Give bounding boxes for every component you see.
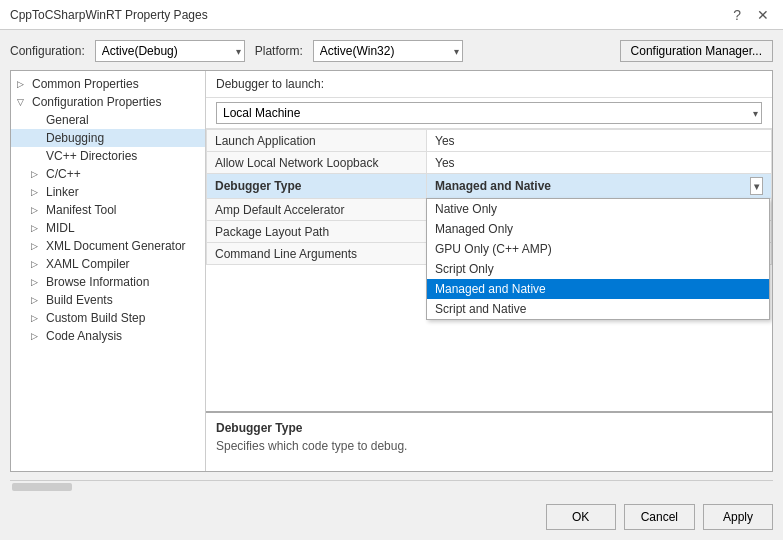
horizontal-scrollbar[interactable]	[10, 480, 773, 492]
sidebar-item-linker[interactable]: ▷Linker	[11, 183, 205, 201]
close-icon[interactable]: ✕	[753, 7, 773, 23]
prop-row-launch-app[interactable]: Launch ApplicationYes	[207, 130, 772, 152]
sidebar-item-label-custom-build-step: Custom Build Step	[46, 311, 145, 325]
prop-row-debugger-type[interactable]: Debugger TypeManaged and Native▾	[207, 174, 772, 199]
platform-dropdown[interactable]: Active(Win32)	[313, 40, 463, 62]
sidebar-item-xml-document-generator[interactable]: ▷XML Document Generator	[11, 237, 205, 255]
dropdown-option-script-and-native[interactable]: Script and Native	[427, 299, 769, 319]
sidebar-item-label-xml-document-generator: XML Document Generator	[46, 239, 186, 253]
prop-name-debugger-type: Debugger Type	[207, 174, 427, 199]
expand-icon-manifest-tool[interactable]: ▷	[31, 205, 43, 215]
sidebar-item-label-configuration-properties: Configuration Properties	[32, 95, 161, 109]
debugger-launch-label: Debugger to launch:	[216, 77, 324, 91]
sidebar-item-label-cpp: C/C++	[46, 167, 81, 181]
sidebar-item-configuration-properties[interactable]: ▽Configuration Properties	[11, 93, 205, 111]
dropdown-option-gpu-only[interactable]: GPU Only (C++ AMP)	[427, 239, 769, 259]
sidebar-item-label-midl: MIDL	[46, 221, 75, 235]
platform-label: Platform:	[255, 44, 303, 58]
help-icon[interactable]: ?	[729, 7, 745, 23]
ok-button[interactable]: OK	[546, 504, 616, 530]
sidebar-item-debugging[interactable]: Debugging	[11, 129, 205, 147]
expand-icon-common-properties[interactable]: ▷	[17, 79, 29, 89]
sidebar-item-label-linker: Linker	[46, 185, 79, 199]
expand-icon-xaml-compiler[interactable]: ▷	[31, 259, 43, 269]
expand-icon-xml-document-generator[interactable]: ▷	[31, 241, 43, 251]
sidebar-item-label-debugging: Debugging	[46, 131, 104, 145]
sidebar-item-midl[interactable]: ▷MIDL	[11, 219, 205, 237]
description-text: Specifies which code type to debug.	[216, 439, 762, 453]
sidebar-item-manifest-tool[interactable]: ▷Manifest Tool	[11, 201, 205, 219]
sidebar-item-label-xaml-compiler: XAML Compiler	[46, 257, 130, 271]
expand-icon-custom-build-step[interactable]: ▷	[31, 313, 43, 323]
description-title: Debugger Type	[216, 421, 762, 435]
expand-icon-midl[interactable]: ▷	[31, 223, 43, 233]
sidebar-item-common-properties[interactable]: ▷Common Properties	[11, 75, 205, 93]
prop-value-launch-app[interactable]: Yes	[427, 130, 772, 152]
right-panel: Debugger to launch: Local Machine Launch…	[206, 71, 772, 471]
cancel-button[interactable]: Cancel	[624, 504, 695, 530]
prop-name-launch-app: Launch Application	[207, 130, 427, 152]
config-label: Configuration:	[10, 44, 85, 58]
prop-name-amp-accelerator: Amp Default Accelerator	[207, 199, 427, 221]
expand-icon-build-events[interactable]: ▷	[31, 295, 43, 305]
debugger-launch-dropdown[interactable]: Local Machine	[216, 102, 762, 124]
expand-icon-configuration-properties[interactable]: ▽	[17, 97, 29, 107]
expand-icon-code-analysis[interactable]: ▷	[31, 331, 43, 341]
apply-button[interactable]: Apply	[703, 504, 773, 530]
left-tree: ▷Common Properties▽Configuration Propert…	[11, 71, 206, 471]
dropdown-option-managed-only[interactable]: Managed Only	[427, 219, 769, 239]
sidebar-item-xaml-compiler[interactable]: ▷XAML Compiler	[11, 255, 205, 273]
prop-value-allow-loopback[interactable]: Yes	[427, 152, 772, 174]
scrollbar-thumb[interactable]	[12, 483, 72, 491]
expand-icon-browse-information[interactable]: ▷	[31, 277, 43, 287]
sidebar-item-label-vc-directories: VC++ Directories	[46, 149, 137, 163]
sidebar-item-cpp[interactable]: ▷C/C++	[11, 165, 205, 183]
prop-value-debugger-type[interactable]: Managed and Native▾	[427, 174, 772, 199]
config-manager-button[interactable]: Configuration Manager...	[620, 40, 773, 62]
sidebar-item-general[interactable]: General	[11, 111, 205, 129]
sidebar-item-build-events[interactable]: ▷Build Events	[11, 291, 205, 309]
sidebar-item-browse-information[interactable]: ▷Browse Information	[11, 273, 205, 291]
expand-icon-linker[interactable]: ▷	[31, 187, 43, 197]
prop-name-cmd-args: Command Line Arguments	[207, 243, 427, 265]
prop-name-allow-loopback: Allow Local Network Loopback	[207, 152, 427, 174]
sidebar-item-code-analysis[interactable]: ▷Code Analysis	[11, 327, 205, 345]
debugger-type-cell-arrow[interactable]: ▾	[750, 177, 763, 195]
config-dropdown[interactable]: Active(Debug)	[95, 40, 245, 62]
description-area: Debugger Type Specifies which code type …	[206, 411, 772, 471]
prop-row-allow-loopback[interactable]: Allow Local Network LoopbackYes	[207, 152, 772, 174]
sidebar-item-label-build-events: Build Events	[46, 293, 113, 307]
dropdown-option-managed-and-native[interactable]: Managed and Native	[427, 279, 769, 299]
dialog-title: CppToCSharpWinRT Property Pages	[10, 8, 208, 22]
sidebar-item-label-manifest-tool: Manifest Tool	[46, 203, 116, 217]
sidebar-item-label-common-properties: Common Properties	[32, 77, 139, 91]
sidebar-item-label-general: General	[46, 113, 89, 127]
sidebar-item-vc-directories[interactable]: VC++ Directories	[11, 147, 205, 165]
dropdown-option-script-only[interactable]: Script Only	[427, 259, 769, 279]
sidebar-item-custom-build-step[interactable]: ▷Custom Build Step	[11, 309, 205, 327]
properties-table-wrapper: Launch ApplicationYesAllow Local Network…	[206, 129, 772, 411]
sidebar-item-label-code-analysis: Code Analysis	[46, 329, 122, 343]
prop-name-package-layout: Package Layout Path	[207, 221, 427, 243]
dropdown-option-native-only[interactable]: Native Only	[427, 199, 769, 219]
expand-icon-cpp[interactable]: ▷	[31, 169, 43, 179]
debugger-type-dropdown-popup[interactable]: Native OnlyManaged OnlyGPU Only (C++ AMP…	[426, 198, 770, 320]
sidebar-item-label-browse-information: Browse Information	[46, 275, 149, 289]
